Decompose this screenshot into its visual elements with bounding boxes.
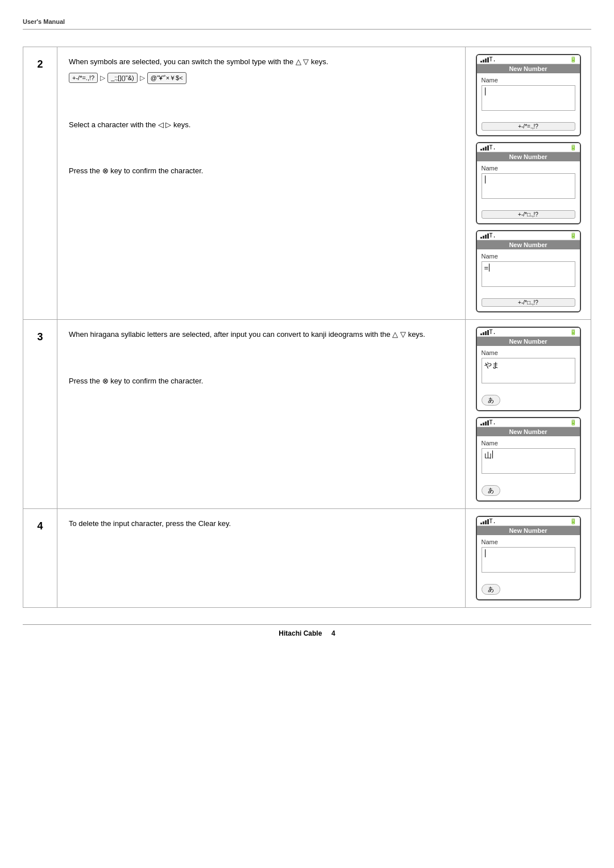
phone-input-box: = <box>482 261 575 287</box>
antenna-text-icon: T. <box>489 56 496 62</box>
phone-title-bar: New Number <box>477 240 580 249</box>
signal-bar <box>485 331 487 335</box>
phone-bottom-bar-circle: あ <box>482 584 500 595</box>
signal-bars <box>480 519 489 524</box>
step-text: Press the ⊗ key to confirm the character… <box>69 166 203 175</box>
step-content-4: To delete the input character, press the… <box>57 509 466 607</box>
phone-input-box <box>482 547 575 573</box>
phone-title-bar: New Number <box>477 427 580 436</box>
phone-bottom-bar-circle: あ <box>482 485 500 496</box>
field-label: Name <box>482 440 575 446</box>
battery-icon: 🔋 <box>570 419 576 425</box>
antenna-text-icon: T. <box>489 232 496 239</box>
step-number-3: 3 <box>23 320 57 508</box>
phone-body: Name <box>477 73 580 119</box>
field-label: Name <box>482 77 575 84</box>
phone-status-bar: T.🔋 <box>477 231 580 240</box>
arrow-right-icon-2: ▷ <box>140 74 145 82</box>
antenna-text-icon: T. <box>489 329 496 335</box>
step-row-3: 3When hiragana syllabic letters are sele… <box>23 319 591 509</box>
field-label: Name <box>482 539 575 545</box>
step-text: When hiragana syllabic letters are selec… <box>69 330 425 339</box>
footer-brand-page: Hitachi Cable 4 <box>279 629 335 637</box>
phone-screen: T.🔋New NumberNameあ <box>476 516 581 600</box>
signal-area: T. <box>480 329 496 335</box>
phone-status-bar: T.🔋 <box>477 418 580 427</box>
step-screens-3: T.🔋New NumberNameやまあT.🔋New NumberName山あ <box>466 320 591 508</box>
step-content-2: When symbols are selected, you can switc… <box>57 47 466 319</box>
phone-status-bar: T.🔋 <box>477 517 580 526</box>
signal-area: T. <box>480 144 496 151</box>
signal-bar <box>485 520 487 524</box>
phone-title-bar: New Number <box>477 337 580 346</box>
signal-bar <box>487 420 489 425</box>
battery-icon: 🔋 <box>570 56 576 62</box>
signal-bar <box>487 330 489 335</box>
signal-bar <box>485 235 487 239</box>
antenna-text-icon: T. <box>489 144 496 151</box>
symbol-box-2: _:;[]()"&) <box>107 73 138 83</box>
phone-title-bar: New Number <box>477 64 580 73</box>
symbol-bar: +-/*=.,!? ▷ _:;[]()"&) ▷ @"¥'˚×￥$< <box>69 72 454 84</box>
symbol-box-3: @"¥'˚×￥$< <box>147 72 186 84</box>
signal-area: T. <box>480 232 496 239</box>
phone-bottom-bar-box: +-/*=.,!? <box>482 122 575 131</box>
footer-brand: Hitachi Cable <box>279 629 322 637</box>
signal-bar <box>480 523 482 524</box>
phone-bottom-area: あ <box>477 581 580 599</box>
signal-bar <box>483 148 484 151</box>
signal-bar <box>483 236 484 239</box>
arrow-right-icon: ▷ <box>100 74 105 82</box>
battery-icon: 🔋 <box>570 329 576 335</box>
signal-area: T. <box>480 518 496 524</box>
antenna-text-icon: T. <box>489 419 496 425</box>
battery-icon: 🔋 <box>570 144 576 151</box>
signal-bars <box>480 233 489 239</box>
phone-status-bar: T.🔋 <box>477 328 580 337</box>
signal-area: T. <box>480 56 496 62</box>
phone-body: Name= <box>477 249 580 295</box>
phone-input-box: 山 <box>482 448 575 474</box>
signal-bar <box>487 57 489 62</box>
battery-icon: 🔋 <box>570 518 576 524</box>
signal-bar <box>487 233 489 239</box>
step-text: Select a character with the ◁ ▷ keys. <box>69 120 190 129</box>
phone-body: Nameやま <box>477 346 580 391</box>
signal-bar <box>480 149 482 151</box>
phone-bottom-area: +-/*□.,!? <box>477 295 580 311</box>
phone-screen: T.🔋New NumberNameやまあ <box>476 327 581 411</box>
step-content-3: When hiragana syllabic letters are selec… <box>57 320 466 508</box>
page-header: User's Manual <box>23 17 591 30</box>
step-number-4: 4 <box>23 509 57 607</box>
phone-bottom-area: +-/*□.,!? <box>477 207 580 223</box>
phone-input-box <box>482 85 575 111</box>
signal-area: T. <box>480 419 496 425</box>
signal-bar <box>485 147 487 151</box>
input-text: = <box>484 264 489 272</box>
signal-bars <box>480 420 489 425</box>
signal-bar <box>483 423 484 425</box>
step-text: Press the ⊗ key to confirm the character… <box>69 377 203 385</box>
phone-status-bar: T.🔋 <box>477 143 580 152</box>
page: User's Manual 2When symbols are selected… <box>0 0 614 868</box>
phone-bottom-bar-box: +-/*□.,!? <box>482 298 575 307</box>
phone-input-box <box>482 173 575 199</box>
phone-body: Name <box>477 535 580 581</box>
step-paragraph: When hiragana syllabic letters are selec… <box>69 329 454 340</box>
step-paragraph: Press the ⊗ key to confirm the character… <box>69 165 454 177</box>
step-paragraph: Select a character with the ◁ ▷ keys. <box>69 119 454 131</box>
page-footer: Hitachi Cable 4 <box>23 624 591 637</box>
phone-title-bar: New Number <box>477 526 580 535</box>
signal-bars <box>480 329 489 335</box>
phone-screen: T.🔋New NumberName+-/*=.,!? <box>476 54 581 136</box>
signal-bars <box>480 145 489 151</box>
text-cursor <box>489 264 489 272</box>
signal-bar <box>483 521 484 524</box>
antenna-text-icon: T. <box>489 518 496 524</box>
phone-bottom-area: あ <box>477 482 580 500</box>
input-text: やま <box>484 360 499 370</box>
signal-bar <box>480 61 482 62</box>
field-label: Name <box>482 165 575 172</box>
content-area: 2When symbols are selected, you can swit… <box>23 47 591 607</box>
phone-title-bar: New Number <box>477 152 580 161</box>
